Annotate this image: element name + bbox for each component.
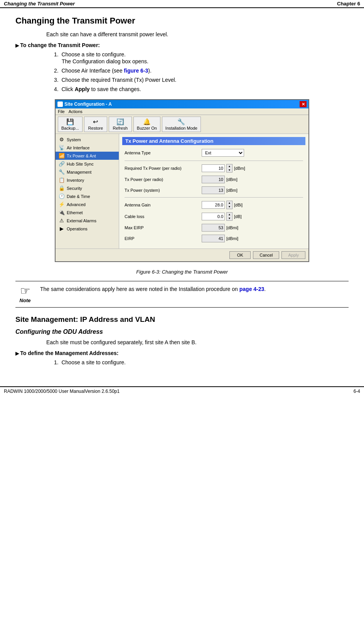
note-link[interactable]: page 4-23 (239, 286, 265, 292)
toolbar-buzzer[interactable]: 🔔 Buzzer On (133, 117, 160, 132)
antenna-gain-down[interactable]: ▼ (227, 205, 232, 209)
antenna-gain-spin: ▲ ▼ (226, 201, 233, 209)
sidebar-label-ethernet: Ethernet (67, 210, 83, 215)
menu-file[interactable]: File (58, 109, 65, 114)
advanced-icon: ⚡ (59, 201, 65, 207)
win-titlebar: Site Configuration - A ✕ (56, 100, 308, 108)
step-1-num: 1. Choose a site to configure. (54, 51, 126, 58)
tx-power-system-input[interactable] (202, 186, 225, 194)
sidebar-item-security[interactable]: 🔒 Security (56, 184, 119, 192)
sidebar-label-air-interface: Air Interface (67, 145, 89, 150)
ext-alarms-icon: ⚠ (59, 218, 65, 223)
sidebar-label-hub-sync: Hub Site Sync (67, 162, 94, 166)
step-1: 1. Choose a site to configure. The Confi… (54, 51, 349, 64)
antenna-gain-group: ▲ ▼ [dBi] (202, 201, 249, 209)
cable-loss-up[interactable]: ▲ (227, 213, 232, 216)
sidebar-item-inventory[interactable]: 📋 Inventory (56, 176, 119, 184)
sidebar-label-inventory: Inventory (67, 178, 84, 183)
req-tx-power-up[interactable]: ▲ (227, 164, 232, 168)
operations-icon: ▶ (59, 226, 65, 232)
inventory-icon: 📋 (59, 177, 65, 183)
tx-power-system-label: Tx Power (system) (125, 188, 202, 193)
req-tx-power-spin: ▲ ▼ (226, 164, 233, 173)
sidebar-item-air-interface[interactable]: 📡 Air Interface (56, 144, 119, 152)
sidebar-item-tx-power[interactable]: 📶 Tx Power & Ant (56, 152, 119, 160)
eirp-input[interactable] (202, 235, 225, 242)
section2-intro: Each site must be configured separately,… (46, 339, 349, 345)
max-eirp-label: Max EIRP (125, 225, 202, 230)
max-eirp-unit: [dBmi] (226, 225, 242, 230)
sidebar-label-management: Management (67, 170, 91, 174)
cable-loss-input[interactable] (202, 213, 225, 220)
tx-power-per-radio-input[interactable] (202, 176, 225, 183)
toolbar-refresh[interactable]: 🔄 Refresh (109, 117, 132, 132)
antenna-gain-input[interactable] (202, 201, 225, 209)
sidebar-label-operations: Operations (67, 227, 88, 231)
antenna-type-row: Antenna Type Ext (122, 149, 305, 157)
antenna-type-select[interactable]: Ext (202, 149, 244, 157)
buzzer-icon: 🔔 (143, 118, 151, 125)
note-box: ☞ Note The same considerations apply her… (15, 281, 349, 308)
antenna-gain-up[interactable]: ▲ (227, 201, 232, 205)
win-toolbar: 💾 Backup... ↩ Restore 🔄 Refresh 🔔 Buzzer… (56, 115, 308, 134)
field-tx-power-system: Tx Power (system) [dBm] (122, 186, 305, 194)
cable-loss-group: ▲ ▼ [dB] (202, 212, 249, 221)
note-text: The same considerations apply here as we… (40, 285, 266, 293)
req-tx-power-input-group: ▲ ▼ [dBm] (202, 164, 249, 173)
tx-power-per-radio-group: [dBm] (202, 176, 242, 183)
win-title-icon (57, 101, 63, 107)
win-sidebar: ⚙ System 📡 Air Interface 📶 Tx Power & An… (56, 134, 119, 249)
refresh-icon: 🔄 (116, 118, 124, 125)
toolbar-backup[interactable]: 💾 Backup... (58, 117, 83, 132)
sidebar-item-hub-sync[interactable]: 🔗 Hub Site Sync (56, 160, 119, 168)
tx-power-icon: 📶 (59, 153, 65, 159)
sidebar-item-system[interactable]: ⚙ System (56, 135, 119, 144)
field-cable-loss: Cable loss ▲ ▼ [dB] (122, 212, 305, 221)
sidebar-item-ethernet[interactable]: 🔌 Ethernet (56, 208, 119, 216)
restore-icon: ↩ (93, 118, 98, 125)
sidebar-label-date-time: Date & Time (67, 194, 90, 199)
refresh-label: Refresh (113, 126, 128, 130)
ethernet-icon: 🔌 (59, 210, 65, 215)
panel-title: Tx Power and Antenna Configuration (122, 137, 305, 145)
req-tx-power-input[interactable] (202, 164, 225, 172)
figure-link[interactable]: figure 6-3 (124, 68, 148, 74)
buzzer-label: Buzzer On (137, 126, 157, 130)
apply-button[interactable]: Apply (281, 251, 305, 259)
ok-button[interactable]: OK (229, 251, 251, 259)
max-eirp-group: [dBmi] (202, 224, 242, 232)
cancel-button[interactable]: Cancel (253, 251, 279, 259)
win-main-panel: Tx Power and Antenna Configuration Anten… (119, 134, 308, 249)
step-4: 4. Click Apply to save the changes. (54, 86, 349, 92)
system-icon: ⚙ (59, 137, 65, 142)
win-titlebar-left: Site Configuration - A (57, 101, 112, 107)
backup-icon: 💾 (66, 118, 74, 125)
sidebar-item-advanced[interactable]: ⚡ Advanced (56, 200, 119, 208)
win-bottom-buttons: OK Cancel Apply (56, 249, 308, 261)
sidebar-item-management[interactable]: 🔧 Management (56, 168, 119, 176)
footer-left: RADWIN 1000/2000/5000 User ManualVersion… (4, 389, 120, 394)
toolbar-restore[interactable]: ↩ Restore (84, 117, 107, 132)
footer-bar: RADWIN 1000/2000/5000 User ManualVersion… (0, 386, 364, 396)
step-2-1-text: 1. Choose a site to configure. (54, 359, 126, 365)
sidebar-item-operations[interactable]: ▶ Operations (56, 225, 119, 233)
cable-loss-unit: [dB] (234, 214, 249, 219)
toolbar-installation[interactable]: 🔧 Installation Mode (162, 117, 201, 132)
section2-title: Site Management: IP Address and VLAN (15, 315, 349, 324)
menu-actions[interactable]: Actions (69, 109, 83, 114)
note-label: Note (20, 298, 31, 303)
note-icon-wrap: ☞ Note (15, 285, 35, 303)
win-title-text: Site Configuration - A (64, 101, 112, 107)
sidebar-item-ext-alarms[interactable]: ⚠ External Alarms (56, 216, 119, 225)
note-hand-icon: ☞ (20, 285, 30, 297)
antenna-gain-label: Antenna Gain (125, 203, 202, 207)
win-close-button[interactable]: ✕ (300, 101, 307, 107)
separator-1 (125, 161, 303, 161)
sidebar-item-date-time[interactable]: 🕐 Date & Time (56, 192, 119, 200)
max-eirp-input[interactable] (202, 224, 225, 232)
procedure2-header: To define the Management Addresses: (15, 350, 349, 356)
cable-loss-down[interactable]: ▼ (227, 216, 232, 220)
req-tx-power-down[interactable]: ▼ (227, 168, 232, 172)
installation-label: Installation Mode (165, 126, 197, 130)
header-right: Chapter 6 (337, 1, 360, 7)
